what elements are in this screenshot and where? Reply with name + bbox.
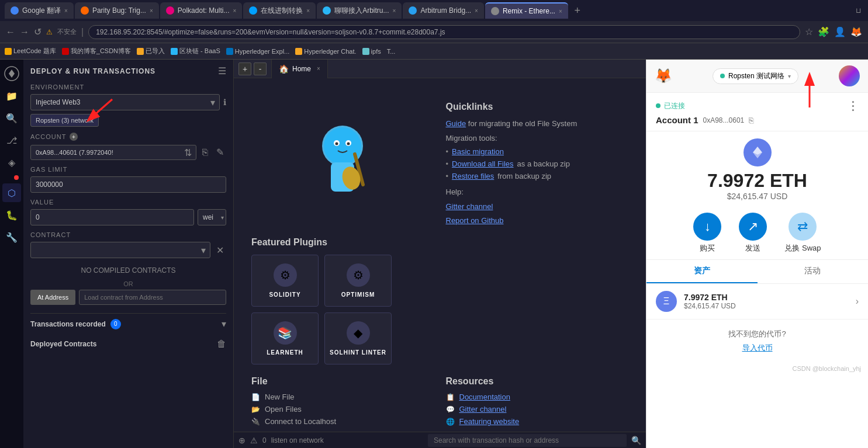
- sidebar-files-icon[interactable]: 📁: [2, 86, 21, 105]
- tab-close[interactable]: ×: [559, 8, 562, 15]
- trash-icon[interactable]: 🗑: [217, 339, 226, 349]
- tab-google[interactable]: Google 翻译 ×: [5, 2, 74, 19]
- minimize-icon[interactable]: ⊔: [853, 4, 863, 17]
- value-input[interactable]: [30, 209, 194, 225]
- docs-link[interactable]: Documentation: [459, 393, 510, 401]
- tab-polkadot[interactable]: Polkadot: Multi... ×: [160, 2, 243, 19]
- tab-activity[interactable]: 活动: [758, 260, 869, 283]
- featuring-link[interactable]: Featuring website: [459, 417, 520, 426]
- tab-close[interactable]: ×: [475, 8, 478, 14]
- tab-arbitru[interactable]: 聊聊接入Arbitru... ×: [317, 2, 402, 19]
- editor-tab-bar: + - 🏠 Home ×: [234, 60, 646, 78]
- restore-files-link[interactable]: Restore files: [452, 172, 494, 180]
- tab-converter[interactable]: 在线进制转换 ×: [243, 2, 316, 19]
- home-tab-close[interactable]: ×: [317, 65, 320, 72]
- guide-link[interactable]: Guide: [446, 119, 466, 128]
- resource-item-featuring[interactable]: 🌐 Featuring website: [446, 417, 629, 426]
- bookmark-baas[interactable]: 区块链 - BaaS: [171, 47, 220, 55]
- search-icon[interactable]: 🔍: [631, 436, 641, 445]
- contract-select[interactable]: [30, 242, 210, 258]
- bookmark-more[interactable]: T...: [387, 48, 396, 55]
- bookmark-hyperledger-expl[interactable]: Hyperledger Expl...: [226, 48, 290, 55]
- tab-arbitrum-bridge[interactable]: Arbitrum Bridg... ×: [403, 2, 484, 19]
- tab-parity[interactable]: Parity Bug: Trig... ×: [75, 2, 159, 19]
- bullet-basic-migration: • Basic migration: [446, 147, 629, 156]
- import-token-link[interactable]: 导入代币: [656, 343, 859, 353]
- github-link[interactable]: Report on Github: [446, 216, 504, 225]
- file-item-new[interactable]: 📄 New File: [251, 393, 434, 401]
- sidebar-search-icon[interactable]: 🔍: [2, 109, 21, 127]
- resource-item-docs[interactable]: 📋 Documentation: [446, 393, 629, 401]
- bookmark-ipfs[interactable]: ipfs: [362, 48, 381, 55]
- profile-icon[interactable]: 👤: [834, 26, 846, 37]
- network-chevron-icon: ▾: [788, 73, 791, 79]
- gitter-res-link[interactable]: Gitter channel: [459, 405, 507, 414]
- zoom-plus[interactable]: +: [238, 62, 251, 75]
- home-tab[interactable]: 🏠 Home ×: [271, 60, 328, 78]
- transactions-chevron-icon[interactable]: ▾: [222, 318, 226, 329]
- mm-network-selector[interactable]: Ropsten 测试网络 ▾: [713, 68, 798, 84]
- bookmark-imported[interactable]: 已导入: [137, 47, 165, 55]
- file-item-connect[interactable]: 🔌 Connect to Localhost: [251, 417, 434, 426]
- sidebar-git-icon[interactable]: ⎇: [2, 131, 21, 150]
- send-button[interactable]: ↗ 发送: [739, 213, 767, 253]
- asset-item-eth[interactable]: Ξ 7.9972 ETH $24,615.47 USD ›: [646, 284, 868, 319]
- optimism-icon: ⚙: [347, 263, 370, 287]
- copy-account-button[interactable]: ⎘: [200, 145, 210, 160]
- back-button[interactable]: ←: [6, 27, 15, 37]
- bookmark-leetcode[interactable]: LeetCode 题库: [5, 47, 56, 55]
- tab-remix[interactable]: Remix - Ethere... ×: [485, 2, 568, 19]
- sidebar-debug-icon[interactable]: 🐛: [2, 206, 21, 224]
- tab-assets[interactable]: 资产: [646, 260, 758, 283]
- bookmark-icon[interactable]: ☆: [805, 26, 813, 37]
- tab-close[interactable]: ×: [150, 8, 153, 14]
- tab-close[interactable]: ×: [306, 8, 310, 14]
- refresh-button[interactable]: ↺: [34, 26, 42, 37]
- gas-limit-input[interactable]: [30, 176, 226, 193]
- metamask-ext-icon[interactable]: 🦊: [850, 26, 862, 37]
- mm-more-icon[interactable]: ⋮: [847, 99, 859, 113]
- resource-item-gitter[interactable]: 💬 Gitter channel: [446, 405, 629, 414]
- panel-menu-icon[interactable]: ☰: [218, 65, 226, 77]
- sidebar-deploy-icon[interactable]: ⬡: [2, 183, 21, 202]
- value-unit-select[interactable]: wei: [198, 209, 226, 225]
- environment-select[interactable]: Injected Web3: [30, 94, 220, 110]
- basic-migration-link[interactable]: Basic migration: [452, 147, 504, 156]
- load-contract-input[interactable]: [79, 290, 226, 305]
- file-item-open[interactable]: 📂 Open Files: [251, 405, 434, 414]
- new-tab-button[interactable]: +: [569, 2, 586, 19]
- search-hash-input[interactable]: [428, 434, 627, 447]
- remix-logo[interactable]: [2, 64, 21, 83]
- account-address: 0xA98...0601: [703, 116, 745, 124]
- buy-button[interactable]: ↓ 购买: [693, 213, 721, 253]
- sidebar-solidity-icon[interactable]: ◈: [2, 153, 21, 172]
- mm-avatar[interactable]: [839, 65, 860, 86]
- bookmark-hyperledger-chat[interactable]: Hyperledger Chat.: [295, 48, 356, 55]
- zoom-minus[interactable]: -: [254, 62, 267, 75]
- extension-icon[interactable]: 🧩: [818, 26, 829, 37]
- plugin-learneth[interactable]: 📚 LEARNETH: [251, 312, 319, 364]
- bullet-restore-files: • Restore files from backup zip: [446, 172, 629, 180]
- copy-address-icon[interactable]: ⎘: [749, 116, 753, 125]
- tab-close[interactable]: ×: [393, 8, 396, 14]
- sidebar-settings-icon[interactable]: 🔧: [2, 228, 21, 246]
- address-input[interactable]: [88, 25, 800, 39]
- at-address-button[interactable]: At Address: [30, 290, 75, 305]
- bookmark-csdn[interactable]: 我的博客_CSDN博客: [62, 47, 131, 55]
- swap-button[interactable]: ⇄ 兑换 Swap: [784, 213, 821, 253]
- edit-account-button[interactable]: ✎: [214, 144, 226, 160]
- bottom-zoom-icon[interactable]: ⊕: [238, 436, 245, 445]
- plugin-solhint[interactable]: ◆ SOLHINT LINTER: [324, 312, 392, 364]
- account-add-icon[interactable]: +: [70, 133, 78, 141]
- clear-contract-button[interactable]: ✕: [214, 242, 226, 258]
- plugin-optimism[interactable]: ⚙ OPTIMISM: [324, 255, 392, 307]
- plugin-solidity[interactable]: ⚙ SOLIDITY: [251, 255, 319, 307]
- bottom-warning-icon[interactable]: ⚠: [250, 436, 258, 445]
- download-files-link[interactable]: Download all Files: [452, 159, 514, 168]
- account-select[interactable]: 0xA98...40601 (7.9972040!: [30, 145, 196, 160]
- forward-button[interactable]: →: [20, 27, 29, 37]
- gitter-link[interactable]: Gitter channel: [446, 202, 493, 211]
- tab-close[interactable]: ×: [64, 8, 68, 14]
- tab-close[interactable]: ×: [233, 8, 236, 14]
- env-info-icon[interactable]: ℹ: [223, 98, 226, 107]
